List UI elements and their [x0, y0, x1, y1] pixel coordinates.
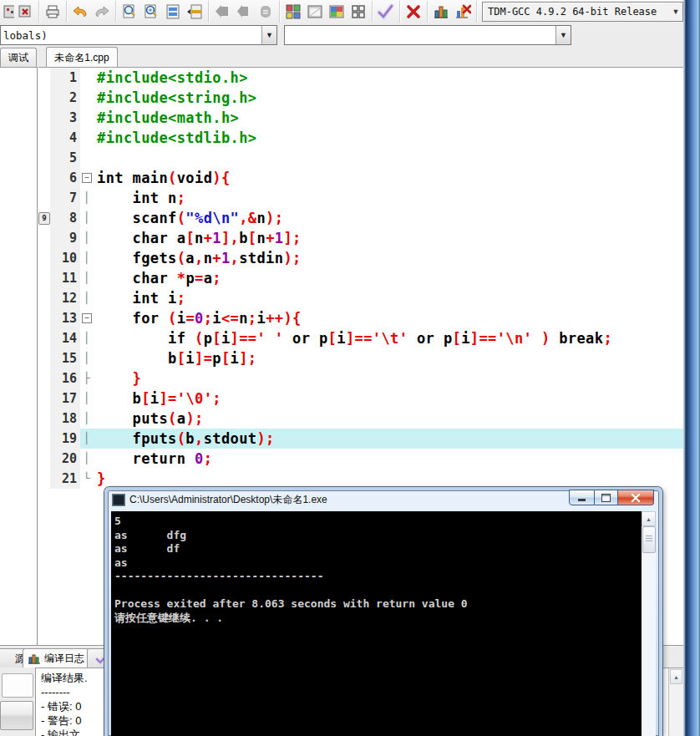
print-icon[interactable] — [42, 2, 63, 22]
forward-icon[interactable] — [233, 2, 255, 22]
tab-debug[interactable]: 调试 — [0, 48, 37, 67]
console-titlebar[interactable]: C:\Users\Administrator\Desktop\未命名1.exe — [108, 490, 659, 509]
fold-margin: │ — [80, 388, 94, 409]
tab-debug-label: 调试 — [8, 51, 28, 65]
code-line[interactable]: 7│ int n; — [38, 188, 683, 208]
console-scrollbar[interactable]: ▲ — [642, 511, 656, 736]
goto-line-icon[interactable] — [184, 2, 205, 22]
code-text: scanf("%d\n",&n); — [94, 208, 683, 228]
line-number: 15 — [50, 348, 80, 368]
function-combo[interactable]: ▼ — [284, 25, 571, 45]
console-output[interactable]: 5as dfgas dfas--------------------------… — [111, 511, 642, 736]
fold-collapse-icon[interactable]: − — [82, 173, 92, 183]
profile-clear-icon[interactable] — [452, 2, 474, 22]
redo-icon[interactable] — [91, 2, 113, 22]
gutter-mark — [38, 429, 50, 449]
scroll-up-icon[interactable]: ▲ — [670, 669, 682, 684]
gutter-mark — [38, 388, 50, 409]
code-line[interactable]: 18│ puts(a); — [38, 409, 683, 429]
gutter-mark — [38, 469, 50, 489]
scroll-up-icon[interactable]: ▲ — [642, 511, 656, 526]
fold-margin — [80, 128, 94, 148]
fold-margin: │ — [80, 248, 94, 268]
gutter-mark — [38, 108, 50, 128]
code-line[interactable]: 2#include<string.h> — [38, 88, 683, 108]
code-line[interactable]: 4#include<stdlib.h> — [38, 128, 683, 148]
class-browser-bar: lobals) ▼ ▼ — [0, 23, 683, 46]
compile-check-icon[interactable] — [375, 2, 397, 22]
code-line[interactable]: 1#include<stdio.h> — [38, 68, 683, 88]
compile-log-left-box — [2, 673, 33, 698]
gutter-mark — [38, 348, 50, 368]
console-line: Process exited after 8.063 seconds with … — [114, 597, 642, 612]
restore-button[interactable] — [595, 490, 618, 505]
code-text: #include<string.h> — [94, 88, 683, 108]
code-line[interactable]: 3#include<math.h> — [38, 108, 683, 128]
line-number: 21 — [50, 469, 80, 489]
code-line[interactable]: 14│ if (p[i]==' ' or p[i]=='\t' or p[i]=… — [38, 328, 683, 348]
scrollbar-thumb[interactable] — [642, 526, 656, 553]
profile-chart-icon[interactable] — [430, 2, 452, 22]
code-line[interactable]: 6−int main(void){ — [38, 168, 683, 188]
back-icon[interactable] — [211, 2, 233, 22]
code-line[interactable]: 16├ } — [38, 368, 683, 388]
code-line[interactable]: 21└} — [38, 469, 683, 489]
code-line[interactable]: 9│ char a[n+1],b[n+1]; — [38, 228, 683, 248]
fold-margin[interactable]: − — [80, 168, 94, 188]
code-line[interactable]: 19│ fputs(b,stdout); — [38, 429, 683, 449]
main-toolbar: TDM-GCC 4.9.2 64-bit Release ▼ — [0, 0, 683, 24]
gutter-mark — [38, 188, 50, 208]
line-number: 14 — [50, 328, 80, 348]
find-next-icon[interactable] — [140, 2, 162, 22]
related-icon[interactable] — [255, 2, 276, 22]
minimize-button[interactable] — [569, 490, 595, 505]
chevron-down-icon[interactable]: ▼ — [261, 26, 276, 44]
goto-function-icon[interactable] — [162, 2, 184, 22]
fold-collapse-icon[interactable]: − — [82, 313, 92, 323]
console-title: C:\Users\Administrator\Desktop\未命名1.exe — [129, 493, 565, 507]
code-line[interactable]: 15│ b[i]=p[i]; — [38, 348, 683, 368]
code-line[interactable]: 12│ int i; — [38, 288, 683, 308]
chevron-down-icon: ▼ — [669, 8, 682, 16]
console-window[interactable]: C:\Users\Administrator\Desktop\未命名1.exe … — [104, 487, 662, 736]
compile-log-scrollbar[interactable]: ▲ — [668, 668, 683, 736]
code-text: fgets(a,n+1,stdin); — [94, 248, 683, 268]
line-number: 11 — [50, 268, 80, 288]
window-colored-icon[interactable] — [326, 2, 347, 22]
chevron-down-icon[interactable]: ▼ — [555, 26, 571, 44]
tab-source-file[interactable]: 未命名1.cpp — [46, 47, 118, 68]
code-line[interactable]: 10│ fgets(a,n+1,stdin); — [38, 248, 683, 268]
line-number: 20 — [50, 449, 80, 469]
colored-squares-icon[interactable] — [282, 2, 304, 22]
undo-icon[interactable] — [69, 2, 91, 22]
code-line[interactable]: 98│ scanf("%d\n",&n); — [38, 208, 683, 228]
close-button[interactable] — [618, 490, 654, 505]
tab-source-file-label: 未命名1.cpp — [54, 51, 109, 65]
fold-margin: └ — [80, 469, 94, 489]
close-file-icon[interactable] — [14, 2, 36, 22]
code-line[interactable]: 5 — [38, 148, 683, 168]
code-text: #include<stdio.h> — [94, 68, 683, 88]
compiler-select[interactable]: TDM-GCC 4.9.2 64-bit Release ▼ — [482, 2, 683, 22]
code-line[interactable]: 17│ b[i]='\0'; — [38, 388, 683, 409]
code-line[interactable]: 20│ return 0; — [38, 449, 683, 469]
code-text: b[i]=p[i]; — [94, 348, 683, 368]
console-line: 5 — [114, 515, 642, 529]
console-line — [114, 584, 642, 598]
stop-x-icon[interactable] — [403, 2, 424, 22]
tab-compile-log[interactable]: 编译日志 — [23, 648, 89, 667]
class-combo[interactable]: lobals) ▼ — [0, 25, 277, 45]
console-body: 5as dfgas dfas--------------------------… — [111, 511, 656, 736]
fold-margin[interactable]: − — [80, 308, 94, 328]
window-icon[interactable] — [304, 2, 326, 22]
compile-log-left-button[interactable] — [0, 701, 33, 730]
save-all-icon[interactable] — [3, 2, 14, 22]
line-number: 17 — [50, 388, 80, 409]
tab-row: 调试 未命名1.cpp — [0, 46, 683, 67]
code-line[interactable]: 13− for (i=0;i<=n;i++){ — [38, 308, 683, 328]
find-icon[interactable] — [119, 2, 140, 22]
squares-outline-icon[interactable] — [347, 2, 369, 22]
toolbar-group-profile — [428, 1, 477, 23]
code-line[interactable]: 11│ char *p=a; — [38, 268, 683, 288]
project-sidebar-panel[interactable] — [0, 67, 38, 645]
